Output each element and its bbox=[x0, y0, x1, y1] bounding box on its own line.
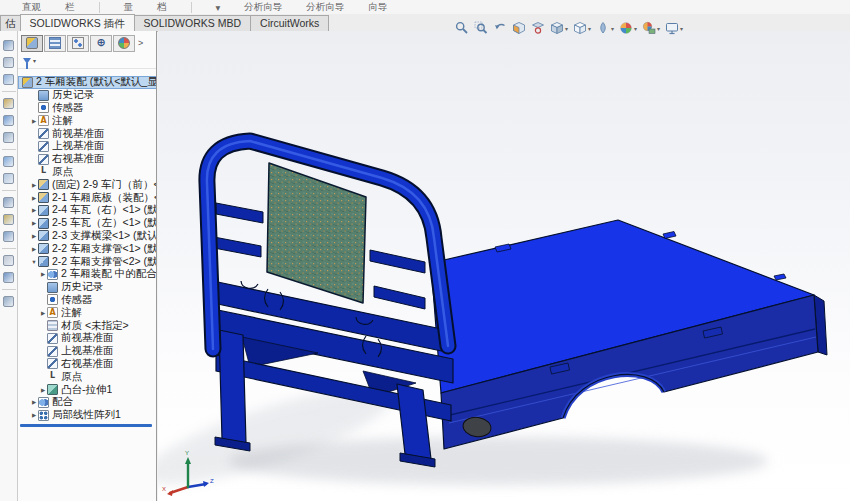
left-toolbar bbox=[0, 31, 18, 501]
cylinder-icon[interactable] bbox=[3, 156, 14, 167]
tree-item[interactable]: ▶2 车厢装配 中的配合 bbox=[18, 268, 156, 281]
truck-bed-deck bbox=[431, 220, 827, 449]
ribbon-button[interactable]: 档 bbox=[157, 1, 167, 14]
tree-item[interactable]: ▶配合 bbox=[18, 396, 156, 409]
tree-expander[interactable]: ▶ bbox=[30, 412, 38, 418]
asm-icon bbox=[22, 77, 33, 88]
tree-expander[interactable]: ▶ bbox=[30, 246, 38, 252]
tree-item[interactable]: ▶A注解 bbox=[18, 306, 156, 319]
tree-item[interactable]: ▶2-1 车厢底板（装配）<1> (默认< bbox=[18, 191, 156, 204]
tree-item[interactable]: 上视基准面 bbox=[18, 345, 156, 358]
tree-item[interactable]: ▶2-4 车瓦（右）<1> (默认<<默认> bbox=[18, 204, 156, 217]
tree-expander[interactable]: ▶ bbox=[39, 310, 47, 316]
tree-expander[interactable]: ▶ bbox=[30, 182, 38, 188]
part-icon bbox=[38, 256, 49, 267]
command-tab[interactable]: SOLIDWORKS MBD bbox=[134, 15, 251, 31]
tree-item[interactable]: ▶(固定) 2-9 车门（前）<1> (默认< bbox=[18, 178, 156, 191]
annotation-views-icon[interactable] bbox=[531, 21, 545, 35]
layers-icon[interactable] bbox=[3, 57, 14, 68]
tab-displaymanager[interactable] bbox=[113, 35, 135, 52]
tree-item[interactable]: 材质 <未指定> bbox=[18, 319, 156, 332]
tree-item[interactable]: 右视基准面 bbox=[18, 153, 156, 166]
ribbon-button[interactable]: 直观 bbox=[22, 1, 41, 14]
view-orientation-icon[interactable]: ▾ bbox=[550, 21, 568, 35]
tree-item[interactable]: ▶2-5 车瓦（左）<1> (默认<<默认> bbox=[18, 217, 156, 230]
report-icon[interactable] bbox=[3, 40, 14, 51]
tree-item[interactable]: L原点 bbox=[18, 370, 156, 383]
command-tab[interactable]: SOLIDWORKS 插件 bbox=[20, 14, 135, 31]
dropdown-caret-icon[interactable]: ▾ bbox=[680, 25, 683, 32]
panel-overflow-button[interactable]: > bbox=[138, 38, 143, 48]
ribbon-button[interactable]: 分析向导 bbox=[306, 1, 344, 14]
apply-scene-icon[interactable]: ▾ bbox=[642, 21, 660, 35]
view-settings-icon[interactable]: ▾ bbox=[665, 21, 683, 35]
tab-featuremanager[interactable] bbox=[21, 35, 43, 52]
tab-displaymanager-icon bbox=[118, 37, 130, 49]
tab-configurationmanager[interactable] bbox=[67, 35, 89, 52]
tree-filter-row[interactable]: ▾ bbox=[18, 53, 156, 69]
ribbon-button[interactable]: ▾ bbox=[216, 2, 221, 13]
grid-icon[interactable] bbox=[3, 296, 14, 307]
display-style-icon[interactable]: ▾ bbox=[573, 21, 591, 35]
tree-expander[interactable]: ▶ bbox=[39, 387, 47, 393]
zoom-area-icon[interactable] bbox=[474, 21, 488, 35]
tree-item[interactable]: ▶局部线性阵列1 bbox=[18, 409, 156, 422]
tab-propertymanager[interactable] bbox=[44, 35, 66, 52]
tree-item[interactable]: 前视基准面 bbox=[18, 332, 156, 345]
ribbon-button[interactable]: 向导 bbox=[368, 1, 387, 14]
tree-expander[interactable]: ▶ bbox=[30, 195, 38, 201]
tree-expander[interactable]: ▶ bbox=[30, 118, 38, 124]
boxes-icon[interactable] bbox=[3, 74, 14, 85]
tree-expander[interactable]: ▶ bbox=[30, 207, 38, 213]
tree-item[interactable]: L原点 bbox=[18, 166, 156, 179]
tree-item[interactable]: ▶凸台-拉伸1 bbox=[18, 383, 156, 396]
edit-appearance-icon[interactable]: ▾ bbox=[619, 21, 637, 35]
tree-item[interactable]: 上视基准面 bbox=[18, 140, 156, 153]
dropdown-caret-icon[interactable]: ▾ bbox=[611, 25, 614, 32]
hide-show-items-icon[interactable]: ▾ bbox=[596, 21, 614, 35]
dropdown-caret-icon[interactable]: ▾ bbox=[657, 25, 660, 32]
ghost-icon[interactable] bbox=[3, 255, 14, 266]
tree-expander[interactable]: ▶ bbox=[39, 271, 47, 277]
tree-item-label: 配合 bbox=[52, 396, 73, 409]
dropdown-caret-icon[interactable]: ▾ bbox=[634, 25, 637, 32]
tree-item[interactable]: ▶2-3 支撑横梁<1> (默认<<默认>_ bbox=[18, 230, 156, 243]
sphere-icon[interactable] bbox=[3, 197, 14, 208]
tree-item[interactable]: ▶2-2 车厢支撑管<1> (默认<<默认 bbox=[18, 242, 156, 255]
tab-dimxpertmanager[interactable]: ⊕ bbox=[90, 35, 112, 52]
ribbon-button[interactable]: 栏 bbox=[65, 1, 75, 14]
cube-icon[interactable] bbox=[3, 173, 14, 184]
box-dropdown-icon[interactable] bbox=[3, 115, 14, 126]
tree-item[interactable]: 2 车厢装配 (默认<默认_显示状态-1>) bbox=[18, 76, 157, 89]
image-icon[interactable] bbox=[3, 98, 14, 109]
section-view-icon[interactable] bbox=[512, 21, 526, 35]
tree-expander[interactable]: ▶ bbox=[30, 399, 38, 405]
ribbon-button[interactable]: 分析向导 bbox=[244, 1, 282, 14]
graphics-viewport[interactable]: X Z Y bbox=[158, 31, 850, 501]
folder-icon[interactable] bbox=[3, 272, 14, 283]
tree-item[interactable]: 传感器 bbox=[18, 294, 156, 307]
dropdown-caret-icon[interactable]: ▾ bbox=[588, 25, 591, 32]
tree-expander[interactable]: ▶ bbox=[30, 233, 38, 239]
ribbon-button[interactable]: 量 bbox=[124, 1, 134, 14]
dropdown-caret-icon[interactable]: ▾ bbox=[565, 25, 568, 32]
box2-icon[interactable] bbox=[3, 231, 14, 242]
tree-item[interactable]: 右视基准面 bbox=[18, 358, 156, 371]
model-canvas[interactable]: X Z Y bbox=[158, 31, 850, 501]
tree-expander[interactable]: ▼ bbox=[30, 259, 38, 265]
command-tab-partial[interactable]: 估 bbox=[0, 15, 21, 31]
tree-item[interactable]: 传感器 bbox=[18, 102, 156, 115]
tree-item[interactable]: 历史记录 bbox=[18, 89, 156, 102]
measure-icon[interactable] bbox=[3, 132, 14, 143]
previous-view-icon[interactable] bbox=[493, 21, 507, 35]
command-tab[interactable]: CircuitWorks bbox=[250, 15, 329, 31]
appearance-icon[interactable] bbox=[3, 214, 14, 225]
tree-item-label: 材质 <未指定> bbox=[61, 319, 129, 332]
zoom-fit-icon[interactable] bbox=[455, 21, 469, 35]
tree-item[interactable]: 历史记录 bbox=[18, 281, 156, 294]
tree-item[interactable]: 前视基准面 bbox=[18, 127, 156, 140]
tree-item[interactable]: ▶A注解 bbox=[18, 114, 156, 127]
tree-item[interactable]: ▼2-2 车厢支撑管<2> (默认<<默认 bbox=[18, 255, 156, 268]
rollback-bar[interactable] bbox=[20, 424, 152, 427]
tree-expander[interactable]: ▶ bbox=[30, 220, 38, 226]
